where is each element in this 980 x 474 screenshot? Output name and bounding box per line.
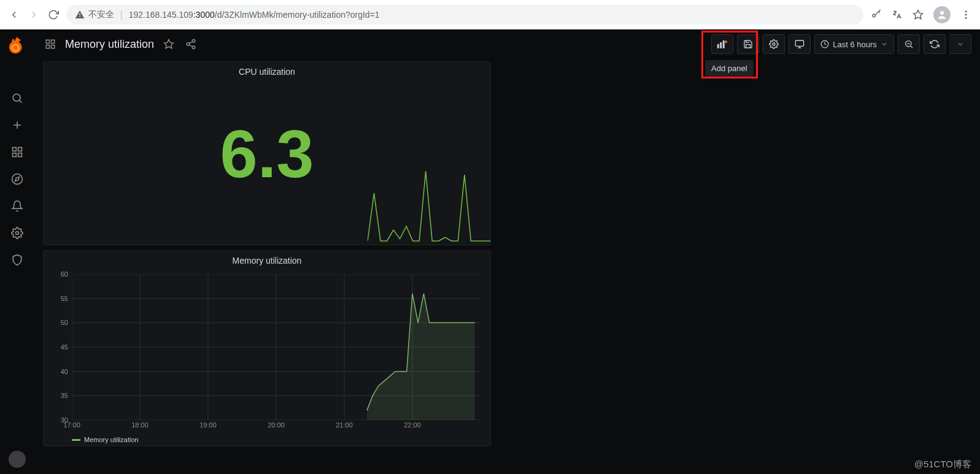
time-range-picker[interactable]: Last 6 hours (814, 34, 894, 54)
svg-point-7 (13, 94, 20, 101)
bookmark-star-icon[interactable] (912, 9, 924, 20)
profile-avatar[interactable] (933, 6, 951, 23)
back-button[interactable] (9, 9, 20, 20)
svg-rect-18 (46, 40, 49, 43)
svg-line-37 (911, 46, 912, 48)
dashboard-settings-button[interactable] (763, 34, 785, 54)
chart-plot-area (72, 274, 480, 420)
chevron-down-icon (881, 40, 888, 48)
zoom-out-button[interactable] (898, 34, 920, 54)
svg-rect-12 (18, 148, 22, 151)
dashboards-icon[interactable] (5, 140, 29, 164)
insecure-label: 不安全 (88, 9, 114, 20)
x-axis-ticks: 17:0018:0019:0020:0021:0022:00 (72, 421, 480, 430)
svg-rect-13 (13, 153, 17, 157)
svg-point-2 (940, 11, 944, 15)
legend-label: Memory utilization (84, 436, 139, 443)
share-icon[interactable] (183, 37, 198, 52)
chevron-down-icon (957, 40, 964, 48)
save-dashboard-button[interactable] (737, 34, 759, 54)
svg-point-0 (873, 14, 876, 17)
warning-icon (75, 10, 85, 20)
alerting-icon[interactable] (5, 194, 29, 218)
browser-toolbar: 不安全 | 192.168.145.109:3000/d/3ZKlmWbMk/m… (0, 0, 980, 29)
add-panel-tooltip: Add panel (705, 60, 754, 77)
svg-rect-20 (46, 45, 49, 48)
grafana-logo[interactable] (8, 37, 26, 59)
y-axis-ticks: 30354045505560 (50, 274, 71, 420)
panel-title: Memory utilization (44, 251, 490, 268)
cpu-sparkline (368, 171, 490, 245)
translate-icon[interactable] (892, 9, 903, 20)
explore-icon[interactable] (5, 167, 29, 191)
dashboard-title: Memory utilization (65, 38, 154, 51)
server-admin-icon[interactable] (5, 248, 29, 272)
add-panel-button[interactable] (711, 34, 733, 54)
svg-rect-28 (717, 44, 719, 48)
sidebar (0, 29, 34, 474)
svg-rect-21 (52, 45, 55, 48)
svg-marker-1 (914, 10, 923, 19)
svg-point-31 (773, 43, 775, 45)
svg-rect-32 (795, 40, 803, 46)
password-key-icon[interactable] (871, 9, 882, 20)
favorite-star-icon[interactable] (161, 37, 176, 52)
svg-marker-22 (164, 40, 174, 48)
svg-marker-16 (15, 177, 20, 182)
svg-line-26 (189, 45, 192, 47)
refresh-interval-dropdown[interactable] (949, 34, 971, 54)
cycle-view-button[interactable] (789, 34, 811, 54)
svg-point-25 (192, 46, 195, 49)
svg-rect-29 (720, 42, 722, 48)
svg-point-15 (12, 174, 23, 185)
browser-menu-icon[interactable] (960, 9, 971, 20)
svg-point-24 (187, 43, 190, 46)
create-icon[interactable] (5, 113, 29, 137)
dashboard-grid-icon[interactable] (43, 37, 58, 52)
panel-cpu-utilization[interactable]: CPU utilization 6.3 (43, 61, 491, 245)
time-range-label: Last 6 hours (833, 40, 877, 49)
refresh-button[interactable] (924, 34, 946, 54)
panel-memory-utilization[interactable]: Memory utilization 30354045505560 17:001… (43, 250, 491, 446)
svg-rect-11 (13, 148, 17, 151)
svg-rect-19 (52, 40, 55, 43)
legend-swatch (72, 439, 80, 441)
svg-line-27 (189, 42, 192, 44)
address-bar[interactable]: 不安全 | 192.168.145.109:3000/d/3ZKlmWbMk/m… (66, 5, 863, 25)
svg-point-3 (965, 10, 967, 12)
svg-rect-14 (18, 153, 22, 157)
chart-legend: Memory utilization (72, 436, 139, 443)
watermark: @51CTO博客 (914, 459, 971, 470)
svg-point-17 (16, 232, 19, 235)
svg-point-5 (965, 17, 967, 19)
svg-point-23 (192, 40, 195, 43)
forward-button[interactable] (28, 9, 39, 20)
user-avatar[interactable] (9, 451, 26, 468)
svg-point-4 (965, 14, 967, 16)
dashboard-toolbar: Memory utilization La (34, 29, 980, 59)
reload-button[interactable] (48, 9, 59, 20)
search-icon[interactable] (5, 86, 29, 110)
configuration-icon[interactable] (5, 221, 29, 245)
svg-rect-30 (723, 40, 725, 48)
svg-line-8 (20, 101, 22, 103)
